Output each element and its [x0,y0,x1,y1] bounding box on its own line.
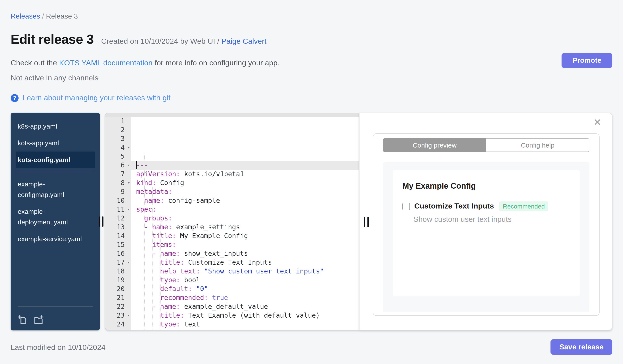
editor-body: 1234▾56▾78▾91011▾121314151617▾1819202122… [105,117,359,330]
kots-yaml-doc-link[interactable]: KOTS YAML documentation [59,59,153,67]
code-token: recommended: [136,294,208,302]
gutter-line-24: 24 [105,320,131,329]
preview-tabs: Config previewConfig help [383,138,589,152]
config-group-title: My Example Config [402,182,570,191]
fold-arrow-icon[interactable]: ▾ [128,311,130,320]
yaml-editor[interactable]: 1234▾56▾78▾91011▾121314151617▾1819202122… [105,113,359,330]
code-token: Text Example (with default value) [184,311,320,319]
code-line-19: type: text [131,320,359,329]
title-row: Edit release 3 Created on 10/10/2024 by … [11,32,267,47]
code-token: Customize Text Inputs [184,258,272,266]
code-line-8: - name: example_settings [131,223,359,231]
add-file-icon[interactable] [18,315,27,325]
gutter-line-22: 22 [105,302,131,311]
resize-bar [99,217,100,227]
file-item-kots-config.yaml[interactable]: kots-config.yaml [16,152,95,168]
code-line-4: metadata: [131,187,359,196]
code-token: apiVersion: [136,170,180,178]
code-token: example_settings [172,223,240,231]
gutter-line-11: 11▾ [105,205,131,214]
code-token: type: [136,276,180,284]
doc-prefix: Check out the [11,59,59,67]
file-item-example-service.yaml[interactable]: example-service.yaml [16,231,95,247]
gutter-line-9: 9 [105,187,131,196]
code-token: "" [184,329,196,330]
file-item-kots-app.yaml[interactable]: kots-app.yaml [16,135,95,152]
file-item-example-deployment.yaml[interactable]: example-deployment.yaml [16,203,95,231]
code-token: spec: [136,205,156,213]
code-token: help_text: [136,267,200,275]
gutter-line-3: 3 [105,134,131,143]
edit-release-page: Releases / Release 3 Edit release 3 Crea… [0,0,623,364]
tab-config-preview[interactable]: Config preview [383,138,486,152]
gutter-line-2: 2 [105,125,131,134]
gutter-line-21: 21 [105,293,131,302]
code-token: name: [136,197,164,204]
code-token: - name: [136,250,180,258]
gutter-line-14: 14 [105,231,131,240]
code-token: My Example Config [176,232,248,240]
gutter-line-13: 13 [105,223,131,231]
gutter-line-10: 10 [105,196,131,205]
code-line-16: recommended: true [131,293,359,302]
gutter-line-7: 7 [105,170,131,179]
gutter-line-25: 25 [105,329,131,330]
fold-arrow-icon[interactable]: ▾ [128,179,130,187]
gutter-line-20: 20 [105,284,131,293]
breadcrumb-releases-link[interactable]: Releases [11,12,40,20]
preview-card: Config previewConfig help My Example Con… [373,133,600,316]
code-line-2: apiVersion: kots.io/v1beta1 [131,170,359,179]
created-subtitle: Created on 10/10/2024 by Web UI / Paige … [101,37,267,46]
code-line-13: help_text: "Show custom user text inputs… [131,267,359,276]
editor-code[interactable]: ---apiVersion: kots.io/v1beta1kind: Conf… [131,117,359,330]
close-icon[interactable]: ✕ [594,118,601,127]
fold-arrow-icon[interactable]: ▾ [128,143,130,152]
created-by-link[interactable]: Paige Calvert [221,37,267,45]
code-token: "0" [192,285,208,293]
code-token: example_default_value [180,303,268,311]
file-name: k8s-app.yaml [18,121,57,132]
config-item-label[interactable]: Customize Text Inputs [414,202,494,211]
fold-arrow-icon[interactable]: ▾ [128,161,130,170]
code-line-6: spec: [131,205,359,214]
code-token: "Show custom user text inputs" [200,267,324,275]
preview-viewport: My Example Config Customize Text Inputs … [383,162,589,312]
add-folder-icon[interactable] [34,315,43,325]
code-line-14: type: bool [131,276,359,284]
file-item-k8s-app.yaml[interactable]: k8s-app.yaml [16,118,95,135]
editor-resize-handle[interactable] [364,217,369,227]
code-line-5: name: config-sample [131,196,359,205]
tab-config-help[interactable]: Config help [486,138,589,152]
text-cursor [136,161,136,169]
code-line-17: - name: example_default_value [131,302,359,311]
channel-status: Not active in any channels [11,74,98,83]
recommended-badge: Recommended [499,202,548,211]
file-name: example-deployment.yaml [18,206,85,227]
gutter-line-17: 17▾ [105,258,131,267]
gutter-line-8: 8▾ [105,179,131,187]
sidebar-resize-handle[interactable] [99,217,104,227]
resize-bar [102,217,104,227]
git-releases-link[interactable]: Learn about managing your releases with … [22,94,170,102]
breadcrumb-current: Release 3 [46,12,78,20]
editor-scrollbar-track [105,113,359,117]
fold-arrow-icon[interactable]: ▾ [128,258,130,267]
sidebar-bottom [16,303,95,330]
fold-arrow-icon[interactable]: ▾ [128,205,130,214]
code-token: config-sample [164,197,220,204]
file-name: kots-config.yaml [18,155,70,165]
sidebar-bottom-divider [18,306,93,307]
code-token: show_text_inputs [180,250,248,258]
git-help-row: ? Learn about managing your releases wit… [11,94,170,102]
gutter-line-1: 1 [105,117,131,125]
code-token: kots.io/v1beta1 [180,170,244,178]
promote-button[interactable]: Promote [561,53,612,68]
code-token: - name: [136,303,180,311]
code-token: title: [136,258,184,266]
file-item-example-configmap.yaml[interactable]: example-configmap.yaml [16,176,95,203]
config-checkbox[interactable] [402,202,410,210]
save-release-button[interactable]: Save release [551,339,612,355]
code-line-20: value: "" [131,329,359,330]
code-line-12: title: Customize Text Inputs [131,258,359,267]
code-token: kind: [136,179,156,187]
